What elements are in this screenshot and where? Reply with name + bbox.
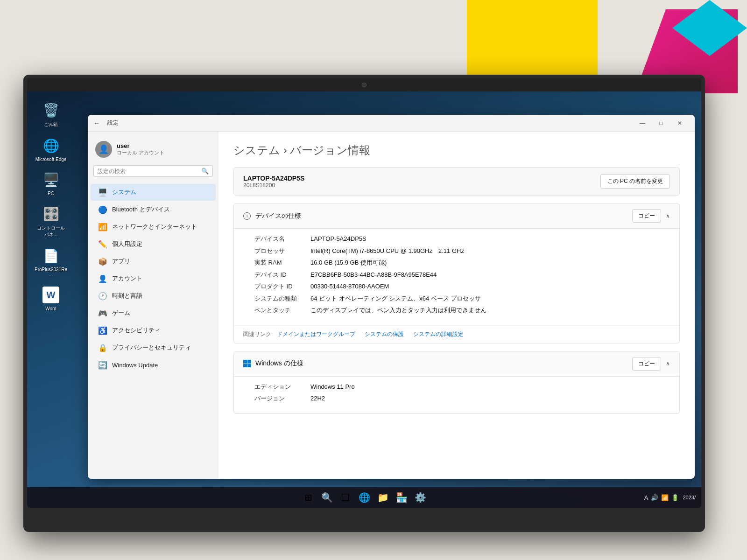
sidebar-item-windows-update[interactable]: 🔄 Windows Update <box>91 357 216 373</box>
windows-specs-label: Windows の仕様 <box>255 359 303 368</box>
rename-pc-button[interactable]: この PC の名前を変更 <box>600 174 670 189</box>
related-links: 関連リンク ドメインまたはワークグループ システムの保護 システムの詳細設定 <box>234 325 679 343</box>
windows-specs-title: Windows の仕様 <box>243 359 303 368</box>
system-label: システム <box>112 188 136 196</box>
desktop-icon-recycle-bin[interactable]: 🗑️ ごみ箱 <box>34 101 68 128</box>
taskbar-store[interactable]: 🏪 <box>393 489 410 506</box>
taskbar-center: ⊞ 🔍 ❑ 🌐 📁 🏪 ⚙️ <box>300 489 429 506</box>
sidebar-item-privacy[interactable]: 🔒 プライバシーとセキュリティ <box>91 339 216 356</box>
spec-row-edition: エディション Windows 11 Pro <box>254 382 670 392</box>
spec-val-processor: Intel(R) Core(TM) i7-8650U CPU @ 1.90GHz… <box>310 246 670 256</box>
desktop-icon-edge[interactable]: 🌐 Microsoft Edge <box>34 136 68 162</box>
system-tray: A 🔊 📶 🔋 <box>644 494 679 501</box>
privacy-icon: 🔒 <box>98 343 107 352</box>
spec-row-pen-touch: ペンとタッチ このディスプレイでは、ペン入力とタッチ入力は利用できません <box>254 306 670 315</box>
maximize-button[interactable]: □ <box>652 116 670 131</box>
personalization-icon: ✏️ <box>98 239 107 249</box>
camera-bar <box>27 78 701 91</box>
sidebar-item-personalization[interactable]: ✏️ 個人用設定 <box>91 236 216 252</box>
collapse-device-specs-icon: ∧ <box>666 213 670 219</box>
breadcrumb-system: システム <box>233 144 280 156</box>
spec-key-edition: エディション <box>254 382 310 392</box>
taskbar-settings[interactable]: ⚙️ <box>412 489 429 506</box>
title-nav: ← 設定 <box>93 119 633 127</box>
desktop: 🗑️ ごみ箱 🌐 Microsoft Edge 🖥️ PC 🎛️ コントロール … <box>27 91 701 508</box>
tray-volume-icon[interactable]: 🔊 <box>651 494 658 501</box>
taskbar-start-button[interactable]: ⊞ <box>300 489 317 506</box>
domain-workgroup-link[interactable]: ドメインまたはワークグループ <box>277 330 355 338</box>
proplus-icon: 📄 <box>42 246 60 265</box>
device-name-text: LAPTOP-5A24DP5S <box>243 175 304 182</box>
main-content: システム › バージョン情報 LAPTOP-5A24DP5S 20L8S1820… <box>218 132 695 479</box>
device-specs-header[interactable]: i デバイスの仕様 コピー ∧ <box>234 203 679 229</box>
sidebar-item-gaming[interactable]: 🎮 ゲーム <box>91 305 216 322</box>
device-specs-controls: コピー ∧ <box>632 209 670 223</box>
spec-val-product-id: 00330-51448-87080-AAOEM <box>310 282 670 291</box>
search-box[interactable]: 🔍 <box>93 165 213 177</box>
desktop-icons-container: 🗑️ ごみ箱 🌐 Microsoft Edge 🖥️ PC 🎛️ コントロール … <box>34 101 68 311</box>
tray-lang[interactable]: A <box>644 494 648 501</box>
spec-key-pen-touch: ペンとタッチ <box>254 306 310 315</box>
desktop-icon-word[interactable]: W Word <box>34 286 68 311</box>
bluetooth-label: Bluetooth とデバイス <box>112 205 170 214</box>
sidebar-item-accessibility[interactable]: ♿ アクセシビリティ <box>91 322 216 339</box>
sidebar-item-network[interactable]: 📶 ネットワークとインターネット <box>91 218 216 235</box>
system-advanced-link[interactable]: システムの詳細設定 <box>413 330 464 338</box>
desktop-icon-control-panel[interactable]: 🎛️ コントロール パネ... <box>34 204 68 238</box>
copy-windows-specs-button[interactable]: コピー <box>632 357 661 371</box>
minimize-button[interactable]: — <box>633 116 652 131</box>
system-protection-link[interactable]: システムの保護 <box>365 330 404 338</box>
windows-update-icon: 🔄 <box>98 360 107 370</box>
user-profile[interactable]: 👤 user ローカル アカウント <box>88 137 218 165</box>
spec-row-system-type: システムの種類 64 ビット オペレーティング システム、x64 ベース プロセ… <box>254 294 670 303</box>
sidebar-item-accounts[interactable]: 👤 アカウント <box>91 270 216 287</box>
taskbar-edge[interactable]: 🌐 <box>356 489 373 506</box>
pc-icon: 🖥️ <box>42 170 60 189</box>
window-body: 👤 user ローカル アカウント 🔍 <box>88 132 695 479</box>
spec-key-version: バージョン <box>254 394 310 403</box>
back-button[interactable]: ← <box>93 119 100 127</box>
device-specs-body: デバイス名 LAPTOP-5A24DP5S プロセッサ Intel(R) Cor… <box>234 229 679 325</box>
apps-icon: 📦 <box>98 257 107 266</box>
network-icon: 📶 <box>98 222 107 231</box>
sidebar-item-system[interactable]: 🖥️ システム <box>91 184 216 201</box>
close-button[interactable]: ✕ <box>670 116 689 131</box>
sidebar-item-bluetooth[interactable]: 🔵 Bluetooth とデバイス <box>91 201 216 218</box>
edge-label: Microsoft Edge <box>35 157 67 162</box>
system-icon: 🖥️ <box>98 188 107 197</box>
account-type: ローカル アカウント <box>117 149 164 156</box>
spec-val-device-id: E7CBB6FB-50B3-44BC-A88B-9F8A95E78E44 <box>310 270 670 280</box>
taskbar-task-view[interactable]: ❑ <box>337 489 354 506</box>
tray-network-icon[interactable]: 📶 <box>661 494 669 501</box>
time-label: 時刻と言語 <box>112 292 142 300</box>
breadcrumb-version: バージョン情報 <box>290 144 370 156</box>
sidebar-item-apps[interactable]: 📦 アプリ <box>91 253 216 270</box>
settings-window: ← 設定 — □ ✕ 👤 <box>88 115 695 479</box>
sidebar-item-time[interactable]: 🕐 時刻と言語 <box>91 287 216 304</box>
breadcrumb-separator: › <box>283 144 290 156</box>
laptop-body: 🗑️ ごみ箱 🌐 Microsoft Edge 🖥️ PC 🎛️ コントロール … <box>23 75 705 532</box>
accessibility-icon: ♿ <box>98 326 107 335</box>
nav-section: 🖥️ システム 🔵 Bluetooth とデバイス 📶 ネットワークとインターネ… <box>88 182 218 375</box>
windows-specs-header[interactable]: Windows の仕様 コピー ∧ <box>234 351 679 377</box>
spec-val-device-name: LAPTOP-5A24DP5S <box>310 234 670 244</box>
spec-row-version: バージョン 22H2 <box>254 394 670 403</box>
accessibility-label: アクセシビリティ <box>112 326 161 335</box>
desktop-icon-proplus[interactable]: 📄 ProPlus2021Re... <box>34 246 68 277</box>
copy-device-specs-button[interactable]: コピー <box>632 209 661 223</box>
taskbar-search-button[interactable]: 🔍 <box>318 489 335 506</box>
recycle-bin-icon: 🗑️ <box>42 101 60 119</box>
spec-val-pen-touch: このディスプレイでは、ペン入力とタッチ入力は利用できません <box>310 306 670 315</box>
page-title: システム › バージョン情報 <box>233 143 680 158</box>
desktop-icon-pc[interactable]: 🖥️ PC <box>34 170 68 196</box>
tray-battery-icon[interactable]: 🔋 <box>671 494 679 501</box>
spec-key-system-type: システムの種類 <box>254 294 310 303</box>
spec-val-version: 22H2 <box>310 394 670 403</box>
apps-label: アプリ <box>112 257 130 266</box>
taskbar-explorer[interactable]: 📁 <box>374 489 391 506</box>
laptop-screen: 🗑️ ごみ箱 🌐 Microsoft Edge 🖥️ PC 🎛️ コントロール … <box>27 78 701 508</box>
search-input[interactable] <box>98 168 198 175</box>
taskbar-right: A 🔊 📶 🔋 2023/ <box>644 494 696 501</box>
avatar: 👤 <box>95 141 112 158</box>
personalization-label: 個人用設定 <box>112 240 142 248</box>
